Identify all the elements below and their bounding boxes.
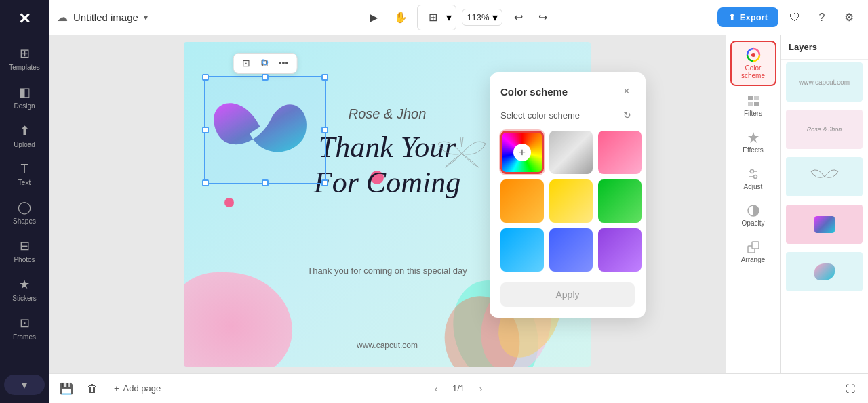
color-swatch-blueviolet[interactable] [549, 228, 593, 272]
handle-tl[interactable] [202, 74, 209, 81]
svg-line-5 [462, 137, 463, 147]
svg-point-14 [750, 170, 753, 173]
color-swatch-orange[interactable] [500, 179, 544, 223]
next-page-button[interactable]: › [473, 381, 489, 397]
panel-item-filters[interactable]: Filters [730, 89, 776, 123]
logo[interactable]: ✕ [11, 5, 38, 33]
bottom-center: ‹ 1/1 › [328, 381, 590, 397]
sidebar-item-stickers[interactable]: ★ Stickers [4, 272, 45, 307]
popup-close-button[interactable]: × [618, 83, 635, 100]
color-swatch-green[interactable] [598, 179, 642, 223]
shield-button[interactable]: 🛡 [784, 7, 806, 28]
canvas-text-sub: Thank you for coming on this special day [307, 266, 467, 276]
help-button[interactable]: ? [811, 7, 833, 28]
popup-title: Color scheme [500, 86, 568, 98]
color-scheme-panel-icon [746, 47, 761, 62]
file-title: Untitled image [73, 12, 138, 23]
left-sidebar: ✕ ⊞ Templates ◧ Design ⬆ Upload T Text ◯… [0, 0, 49, 403]
sidebar-item-design[interactable]: ◧ Design [4, 79, 45, 115]
sidebar-item-frames[interactable]: ⊡ Frames [4, 310, 45, 346]
layer-thumb-4[interactable] [781, 202, 868, 249]
bottom-left: 💾 🗑 + Add page [57, 379, 319, 398]
color-swatch-purple[interactable] [598, 228, 642, 272]
handle-rm[interactable] [321, 127, 328, 133]
handle-br[interactable] [321, 179, 328, 186]
butterfly-svg [435, 130, 489, 177]
rotate-handle[interactable]: ↻ [261, 57, 269, 68]
export-button[interactable]: ⬆ Export [717, 7, 778, 27]
svg-marker-12 [748, 132, 759, 143]
sidebar-item-templates[interactable]: ⊞ Templates [4, 41, 45, 77]
selection-box: ⊡ ⧉ ••• ↻ [204, 76, 326, 184]
save-button[interactable]: 💾 [57, 379, 76, 398]
export-label: Export [740, 12, 768, 22]
upload-icon: ⬆ [20, 123, 30, 138]
redo-button[interactable]: ↪ [532, 7, 554, 28]
layer-thumb-3[interactable] [781, 154, 868, 202]
add-page-label: Add page [123, 383, 161, 394]
delete-button[interactable]: 🗑 [83, 379, 102, 398]
color-swatch-gray[interactable] [549, 131, 593, 174]
panel-item-opacity[interactable]: Opacity [730, 198, 776, 232]
crop-button[interactable]: ⊡ [239, 56, 253, 70]
handle-bm[interactable] [262, 179, 269, 186]
panel-label-filters: Filters [744, 110, 762, 117]
handle-bl[interactable] [202, 179, 209, 186]
svg-rect-9 [754, 96, 759, 100]
sidebar-item-photos[interactable]: ⊟ Photos [4, 233, 45, 269]
panel-item-effects[interactable]: Effects [730, 125, 776, 159]
page-indicator: 1/1 [452, 383, 465, 394]
undo-button[interactable]: ↩ [508, 7, 530, 28]
panel-label-adjust: Adjust [744, 183, 763, 190]
right-panel-strip: Colorscheme Filters Effects [726, 35, 780, 373]
layer-thumb-5[interactable] [781, 249, 868, 297]
handle-tm[interactable] [262, 74, 269, 81]
color-swatch-blue[interactable] [500, 228, 544, 272]
color-swatch-pink[interactable] [598, 131, 642, 174]
app-logo-icon: ✕ [18, 10, 31, 28]
title-chevron[interactable]: ▾ [144, 13, 148, 22]
hand-tool-button[interactable]: ✋ [390, 7, 412, 28]
canvas-container[interactable]: Rose & Jhon Thank YourFor Coming Thank y… [49, 35, 726, 373]
layer-thumb-1[interactable]: www.capcut.com [781, 60, 868, 107]
bottom-bar: 💾 🗑 + Add page ‹ 1/1 › ⛶ [49, 373, 868, 403]
sidebar-item-upload[interactable]: ⬆ Upload [4, 118, 45, 154]
apply-button[interactable]: Apply [500, 282, 635, 307]
panel-item-color-scheme[interactable]: Colorscheme [730, 41, 776, 86]
top-bar-left: ☁ Untitled image ▾ [57, 11, 355, 24]
add-page-button[interactable]: + Add page [108, 381, 166, 396]
popup-subtitle: Select color scheme [500, 110, 580, 121]
layer-thumb-2[interactable]: Rose & Jhon [781, 107, 868, 154]
handle-lm[interactable] [202, 127, 209, 133]
sidebar-expand-btn[interactable]: ▾ [4, 375, 45, 395]
zoom-value: 113% [467, 12, 489, 22]
export-icon: ⬆ [728, 12, 736, 22]
sidebar-item-shapes[interactable]: ◯ Shapes [4, 194, 45, 230]
color-scheme-popup: Color scheme × Select color scheme ↻ + [490, 72, 646, 318]
prev-page-button[interactable]: ‹ [428, 381, 444, 397]
sidebar-item-text[interactable]: T Text [4, 156, 45, 192]
panel-item-adjust[interactable]: Adjust [730, 162, 776, 196]
sidebar-bottom: ▾ [4, 372, 45, 398]
color-swatch-yellow[interactable] [549, 179, 593, 223]
expand-button[interactable]: ⛶ [841, 379, 860, 398]
svg-rect-19 [752, 242, 759, 249]
color-swatch-rainbow[interactable]: + [500, 131, 544, 174]
svg-point-16 [753, 175, 757, 179]
canvas-area: Rose & Jhon Thank YourFor Coming Thank y… [49, 35, 868, 373]
popup-refresh-button[interactable]: ↻ [620, 108, 635, 123]
top-bar-center: ▶ ✋ ⊞ ▾ 113% ▾ ↩ ↪ [363, 5, 553, 30]
svg-point-7 [751, 53, 755, 57]
add-page-icon: + [114, 383, 119, 394]
panel-label-effects: Effects [743, 146, 763, 154]
popup-header: Color scheme × [500, 83, 635, 100]
panel-item-arrange[interactable]: Arrange [730, 235, 776, 269]
templates-icon: ⊞ [20, 46, 30, 61]
file-icon: ☁ [57, 11, 68, 24]
select-tool-button[interactable]: ▶ [363, 7, 384, 28]
settings-button[interactable]: ⚙ [838, 7, 860, 28]
layer-thumb-box-4 [786, 205, 863, 244]
more-options-button[interactable]: ••• [276, 56, 292, 70]
view-tool-button[interactable]: ⊞ [422, 7, 443, 28]
handle-tr[interactable] [321, 74, 328, 81]
